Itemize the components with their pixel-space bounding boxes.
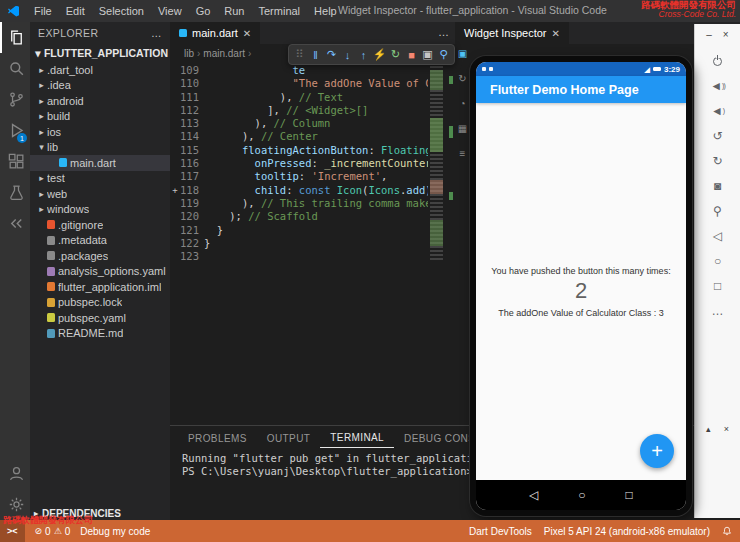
power-icon[interactable] xyxy=(713,54,722,68)
increment-fab-button[interactable]: + xyxy=(640,434,674,468)
step-into-icon[interactable]: ↓ xyxy=(340,47,355,62)
account-icon[interactable] xyxy=(0,458,30,489)
tree-item-pubspec.lock[interactable]: pubspec.lock xyxy=(30,295,170,311)
notifications-bell-icon[interactable] xyxy=(722,526,732,536)
close-icon[interactable]: × xyxy=(724,424,729,434)
android-overview-button[interactable]: □ xyxy=(626,488,633,502)
explorer-icon[interactable] xyxy=(0,22,30,53)
refresh-icon[interactable]: ↻ xyxy=(458,73,466,84)
tree-item-build[interactable]: ▸build xyxy=(30,109,170,125)
token: ); xyxy=(204,210,248,222)
menu-terminal[interactable]: Terminal xyxy=(252,5,308,17)
menu-go[interactable]: Go xyxy=(189,5,218,17)
breadcrumb-item[interactable]: lib xyxy=(184,48,194,59)
close-icon[interactable]: × xyxy=(723,29,729,44)
menu-file[interactable]: File xyxy=(27,5,59,17)
zoom-icon[interactable]: ⚲ xyxy=(713,204,722,218)
home-icon[interactable]: ○ xyxy=(714,254,721,268)
tree-item-windows[interactable]: ▸windows xyxy=(30,202,170,218)
extensions-icon[interactable] xyxy=(0,146,30,177)
problems-indicator[interactable]: ⊘ 0 ⚠ 0 xyxy=(35,526,71,537)
code-line-112: 112 ], // <Widget>[] xyxy=(170,104,455,117)
volume-up-icon[interactable]: ◄)) xyxy=(710,79,725,93)
menu-edit[interactable]: Edit xyxy=(59,5,92,17)
minimize-icon[interactable]: – xyxy=(706,29,712,44)
menu-view[interactable]: View xyxy=(151,5,189,17)
project-section-header[interactable]: ▾ FLUTTER_APPLICATION xyxy=(30,44,170,62)
run-and-debug-icon[interactable]: 1 xyxy=(0,115,30,146)
android-home-button[interactable]: ○ xyxy=(578,488,585,502)
hot-reload-icon[interactable]: ⚡ xyxy=(372,47,387,62)
token xyxy=(204,157,255,169)
slow-animations-icon[interactable]: ◔ xyxy=(459,98,465,109)
code-editor[interactable]: 109 te110 "The addOne Value of Ca111 ), … xyxy=(170,62,455,425)
line-number: 121 xyxy=(180,224,204,237)
panel-tab-terminal[interactable]: TERMINAL xyxy=(320,428,394,448)
tree-item-README.md[interactable]: README.md xyxy=(30,326,170,342)
tree-item-android[interactable]: ▸android xyxy=(30,93,170,109)
debug-config-label[interactable]: Debug my code xyxy=(80,526,150,537)
android-back-button[interactable]: ◁ xyxy=(529,488,538,502)
tab-label: main.dart xyxy=(192,27,238,39)
back-icon[interactable]: ◁ xyxy=(713,229,722,243)
pause-icon[interactable]: ‖ xyxy=(308,47,323,62)
step-out-icon[interactable]: ↑ xyxy=(356,47,371,62)
token xyxy=(204,184,255,196)
remote-explorer-icon[interactable] xyxy=(0,208,30,239)
minimap[interactable] xyxy=(428,62,445,362)
widget-select-icon[interactable]: ▣ xyxy=(420,47,435,62)
chevron-up-icon[interactable]: ▴ xyxy=(706,424,711,434)
overview-icon[interactable]: □ xyxy=(714,279,721,293)
overview-ruler xyxy=(449,62,453,425)
token: "The addOne Value of Ca xyxy=(293,77,438,89)
tree-item-.metadata[interactable]: .metadata xyxy=(30,233,170,249)
restart-icon[interactable]: ↻ xyxy=(388,47,403,62)
testing-icon[interactable] xyxy=(0,177,30,208)
tree-item-.packages[interactable]: .packages xyxy=(30,248,170,264)
rotate-left-icon[interactable]: ↺ xyxy=(712,129,722,143)
dart-devtools-button[interactable]: Dart DevTools xyxy=(469,526,532,537)
stop-icon[interactable]: ■ xyxy=(404,47,419,62)
tree-item-ios[interactable]: ▸ios xyxy=(30,124,170,140)
source-control-icon[interactable] xyxy=(0,84,30,115)
volume-down-icon[interactable]: ◄) xyxy=(711,104,724,118)
close-icon[interactable]: ✕ xyxy=(552,28,560,39)
tree-item-.idea[interactable]: ▸.idea xyxy=(30,78,170,94)
tree-item-lib[interactable]: ▾lib xyxy=(30,140,170,156)
debug-paint-icon[interactable]: ▦ xyxy=(458,123,467,134)
menu-run[interactable]: Run xyxy=(217,5,251,17)
rotate-right-icon[interactable]: ↻ xyxy=(712,154,722,168)
tree-item-analysis_options.yaml[interactable]: analysis_options.yaml xyxy=(30,264,170,280)
tab-widget-inspector[interactable]: Widget Inspector ✕ xyxy=(455,22,569,44)
tab-main-dart[interactable]: main.dart ✕ xyxy=(170,22,260,44)
tree-item-.gitignore[interactable]: .gitignore xyxy=(30,217,170,233)
tree-item-test[interactable]: ▸test xyxy=(30,171,170,187)
code-line-117: 117 tooltip: 'Increment', xyxy=(170,170,455,183)
tree-item-.dart_tool[interactable]: ▸.dart_tool xyxy=(30,62,170,78)
layout-explorer-icon[interactable]: ≡ xyxy=(460,148,466,159)
gutter-marker[interactable]: + xyxy=(170,184,180,197)
editor-actions-icon[interactable]: … xyxy=(438,26,449,38)
error-count: 0 xyxy=(45,526,51,537)
inspector-zoom-icon[interactable]: ⚲ xyxy=(436,47,451,62)
select-widget-icon[interactable]: ▣ xyxy=(458,48,467,59)
line-number: 111 xyxy=(180,91,204,104)
screenshot-icon[interactable]: ◙ xyxy=(714,179,721,193)
panel-tab-output[interactable]: OUTPUT xyxy=(257,429,321,448)
menu-selection[interactable]: Selection xyxy=(92,5,151,17)
step-over-icon[interactable]: ↷ xyxy=(324,47,339,62)
tree-item-main.dart[interactable]: main.dart xyxy=(30,155,170,171)
breadcrumb-item[interactable]: main.dart xyxy=(203,48,245,59)
more-icon[interactable]: … xyxy=(712,304,724,318)
search-icon[interactable] xyxy=(0,53,30,84)
tree-item-label: web xyxy=(47,188,67,200)
more-actions-icon[interactable]: … xyxy=(151,27,162,39)
device-selector[interactable]: Pixel 5 API 24 (android-x86 emulator) xyxy=(544,526,710,537)
tree-item-web[interactable]: ▸web xyxy=(30,186,170,202)
token xyxy=(204,144,242,156)
tree-item-flutter_application.iml[interactable]: flutter_application.iml xyxy=(30,279,170,295)
panel-tab-problems[interactable]: PROBLEMS xyxy=(178,429,257,448)
close-icon[interactable]: ✕ xyxy=(243,28,251,39)
tree-item-pubspec.yaml[interactable]: pubspec.yaml xyxy=(30,310,170,326)
token: // Column xyxy=(274,117,331,129)
